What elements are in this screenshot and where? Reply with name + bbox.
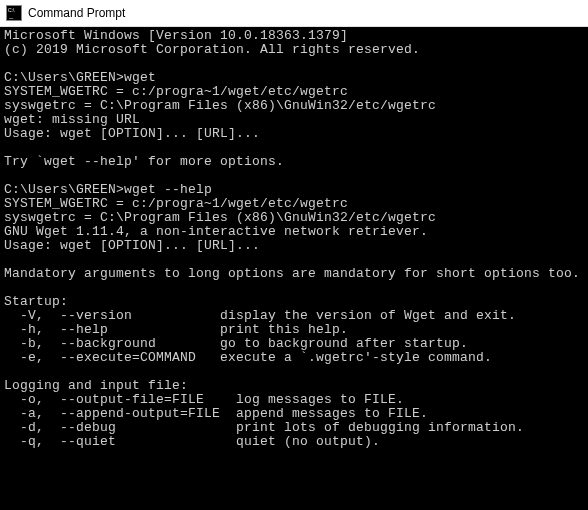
terminal-output[interactable]: Microsoft Windows [Version 10.0.18363.13… <box>0 27 588 510</box>
cmd-icon <box>6 5 22 21</box>
titlebar[interactable]: Command Prompt <box>0 0 588 27</box>
window-title: Command Prompt <box>28 6 125 20</box>
